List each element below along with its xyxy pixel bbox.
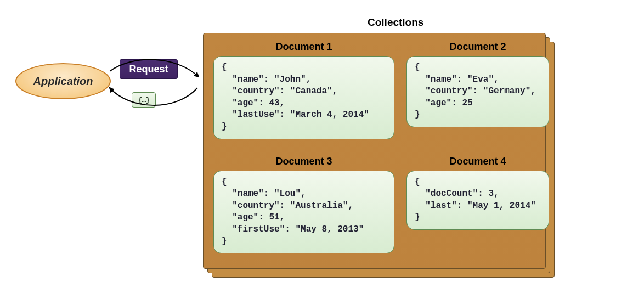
document-3-json: { "name": "Lou", "country": "Australia",…: [213, 171, 394, 254]
response-chip-text: {…}: [138, 96, 149, 104]
document-2-title: Document 2: [449, 41, 506, 53]
doc-row-2: Document 3 { "name": "Lou", "country": "…: [213, 156, 535, 254]
collections-title: Collections: [368, 16, 423, 29]
document-1: Document 1 { "name": "John", "country": …: [213, 41, 394, 139]
document-3-title: Document 3: [275, 156, 332, 167]
request-label: Request: [129, 64, 168, 75]
collection-layer-front: Document 1 { "name": "John", "country": …: [203, 33, 546, 269]
request-label-box: Request: [120, 59, 178, 79]
document-4-title: Document 4: [449, 156, 506, 167]
document-3: Document 3 { "name": "Lou", "country": "…: [213, 156, 394, 254]
doc-row-1: Document 1 { "name": "John", "country": …: [213, 41, 535, 139]
collections-stack: Document 1 { "name": "John", "country": …: [203, 33, 546, 269]
document-2: Document 2 { "name": "Eva", "country": "…: [406, 41, 549, 139]
document-1-title: Document 1: [275, 41, 332, 53]
application-node: Application: [15, 63, 111, 99]
document-4-json: { "docCount": 3, "last": "May 1, 2014" }: [406, 171, 549, 230]
document-4: Document 4 { "docCount": 3, "last": "May…: [406, 156, 549, 254]
response-chip: {…}: [132, 92, 156, 108]
document-2-json: { "name": "Eva", "country": "Germany", "…: [406, 56, 549, 127]
application-label: Application: [33, 75, 93, 88]
document-1-json: { "name": "John", "country": "Canada", "…: [213, 56, 394, 139]
